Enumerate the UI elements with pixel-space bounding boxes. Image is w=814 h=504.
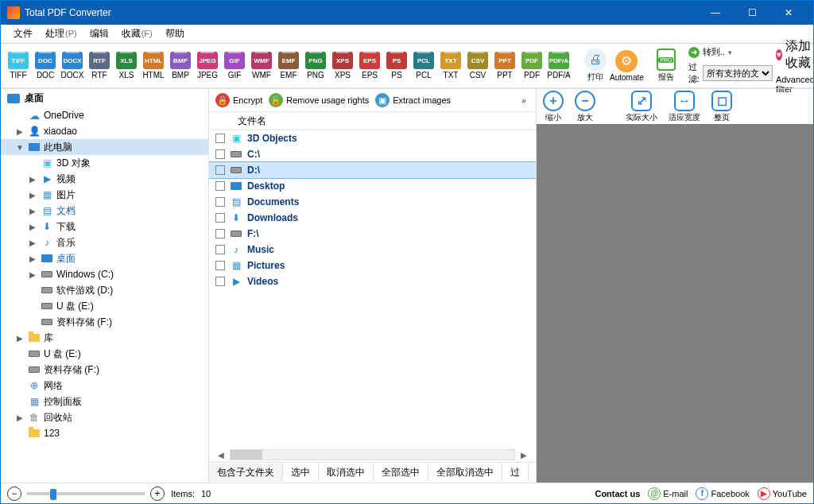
favorite-button[interactable]: ♥ 添加收藏 bbox=[776, 38, 814, 72]
tree-item[interactable]: ▣3D 对象 bbox=[1, 155, 208, 171]
tree-item[interactable]: ▶👤xiaodao bbox=[1, 123, 208, 139]
expand-arrow-icon[interactable]: ▶ bbox=[28, 254, 37, 263]
filter-select[interactable]: 所有支持的文 bbox=[703, 65, 773, 81]
checkbox[interactable] bbox=[215, 213, 225, 223]
file-item[interactable]: F:\ bbox=[209, 226, 536, 242]
expand-arrow-icon[interactable]: ▶ bbox=[28, 223, 37, 231]
format-bmp[interactable]: BMPBMP bbox=[168, 52, 193, 79]
expand-arrow-icon[interactable]: ▶ bbox=[28, 207, 37, 215]
email-link[interactable]: @ E-mail bbox=[648, 487, 688, 500]
format-ps[interactable]: PSPS bbox=[384, 52, 409, 79]
selection-tab[interactable]: 包含子文件夹 bbox=[209, 463, 283, 482]
tree-item[interactable]: 123 bbox=[1, 425, 208, 441]
file-item[interactable]: ▣3D Objects bbox=[209, 130, 536, 146]
expand-icon[interactable]: » bbox=[518, 96, 529, 105]
expand-arrow-icon[interactable]: ▶ bbox=[15, 127, 25, 136]
file-item[interactable]: ▶Videos bbox=[209, 273, 536, 289]
expand-arrow-icon[interactable]: ▶ bbox=[15, 334, 25, 343]
automate-button[interactable]: ⚙ Automate bbox=[610, 50, 644, 82]
expand-arrow-icon[interactable]: ▶ bbox=[15, 413, 25, 422]
horizontal-scrollbar[interactable]: ◀ ▶ bbox=[209, 448, 536, 462]
format-xls[interactable]: XLSXLS bbox=[114, 52, 139, 79]
format-pdf/a[interactable]: PDF/APDF/A bbox=[546, 52, 572, 79]
goto-button[interactable]: ➜ 转到..▾ bbox=[688, 46, 773, 58]
tree-item[interactable]: U 盘 (E:) bbox=[1, 298, 208, 314]
menu-处理[interactable]: 处理(P) bbox=[39, 25, 83, 42]
tree-item[interactable]: ▶▦图片 bbox=[1, 187, 208, 203]
checkbox[interactable] bbox=[215, 261, 225, 270]
tree-item[interactable]: ▶🗑回收站 bbox=[1, 409, 208, 425]
checkbox[interactable] bbox=[215, 134, 225, 143]
report-button[interactable]: PRO 报告 bbox=[657, 48, 676, 83]
menu-收藏[interactable]: 收藏(F) bbox=[115, 25, 159, 42]
tree-item[interactable]: ▶Windows (C:) bbox=[1, 266, 208, 282]
checkbox[interactable] bbox=[215, 149, 225, 159]
scroll-right-icon[interactable]: ▶ bbox=[518, 451, 529, 459]
minimize-button[interactable]: — bbox=[697, 1, 734, 25]
tree-item[interactable]: 资料存储 (F:) bbox=[1, 314, 208, 330]
checkbox[interactable] bbox=[215, 197, 225, 207]
tree-item[interactable]: ▦控制面板 bbox=[1, 394, 208, 409]
zoom-3[interactable]: ↔适应宽度 bbox=[669, 91, 700, 123]
format-gif[interactable]: GIFGIF bbox=[222, 52, 247, 79]
file-item[interactable]: C:\ bbox=[209, 146, 536, 162]
tree-item[interactable]: ▶▤文档 bbox=[1, 203, 208, 219]
tree-item[interactable]: ⊕网络 bbox=[1, 378, 208, 394]
tree-item[interactable]: ▶⬇下载 bbox=[1, 219, 208, 235]
checkbox[interactable] bbox=[215, 229, 225, 238]
format-txt[interactable]: TXTTXT bbox=[438, 52, 463, 79]
youtube-link[interactable]: ▶ YouTube bbox=[758, 487, 807, 500]
expand-arrow-icon[interactable]: ▶ bbox=[28, 175, 37, 184]
selection-tab[interactable]: 取消选中 bbox=[319, 463, 374, 482]
format-wmf[interactable]: WMFWMF bbox=[249, 52, 274, 79]
zoom-slider[interactable] bbox=[26, 492, 145, 495]
close-button[interactable]: ✕ bbox=[770, 1, 807, 25]
file-item[interactable]: ▤Documents bbox=[209, 194, 536, 210]
format-eps[interactable]: EPSEPS bbox=[357, 52, 382, 79]
tree-item[interactable]: 软件游戏 (D:) bbox=[1, 282, 208, 298]
file-list-header[interactable]: 文件名 bbox=[209, 111, 536, 130]
format-png[interactable]: PNGPNG bbox=[303, 52, 328, 79]
print-button[interactable]: 🖨 打印 bbox=[584, 48, 607, 83]
expand-arrow-icon[interactable]: ▶ bbox=[28, 238, 37, 247]
menu-文件[interactable]: 文件 bbox=[7, 25, 39, 42]
format-ppt[interactable]: PPTPPT bbox=[492, 52, 517, 79]
format-emf[interactable]: EMFEMF bbox=[276, 52, 301, 79]
selection-tab[interactable]: 全部选中 bbox=[374, 463, 428, 482]
checkbox[interactable] bbox=[215, 245, 225, 254]
checkbox[interactable] bbox=[215, 277, 225, 286]
selection-tab[interactable]: 全部取消选中 bbox=[428, 463, 502, 482]
menu-编辑[interactable]: 编辑 bbox=[83, 25, 115, 42]
format-jpeg[interactable]: JPEGJPEG bbox=[195, 52, 220, 79]
checkbox[interactable] bbox=[215, 181, 225, 191]
zoom-in-button[interactable]: + bbox=[150, 487, 165, 501]
format-html[interactable]: HTMLHTML bbox=[141, 52, 166, 79]
file-item[interactable]: D:\ bbox=[209, 162, 536, 178]
zoom-out-button[interactable]: − bbox=[7, 487, 21, 501]
expand-arrow-icon[interactable]: ▶ bbox=[28, 270, 37, 279]
format-docx[interactable]: DOCXDOCX bbox=[60, 52, 85, 79]
file-item[interactable]: ♪Music bbox=[209, 242, 536, 258]
remove-rights-button[interactable]: 🔓 Remove usage rights bbox=[269, 93, 369, 107]
zoom-1[interactable]: −放大 bbox=[575, 91, 595, 123]
selection-tab[interactable]: 选中 bbox=[283, 463, 319, 482]
tree-item[interactable]: ▶桌面 bbox=[1, 250, 208, 266]
encrypt-button[interactable]: 🔒 Encrypt bbox=[215, 93, 262, 107]
zoom-4[interactable]: ◻整页 bbox=[711, 91, 732, 123]
checkbox[interactable] bbox=[215, 165, 225, 175]
menu-帮助[interactable]: 帮助 bbox=[159, 25, 191, 42]
expand-arrow-icon[interactable]: ▼ bbox=[15, 143, 25, 152]
tree-item[interactable]: ▶▶视频 bbox=[1, 171, 208, 187]
zoom-2[interactable]: ⤢实际大小 bbox=[626, 91, 657, 123]
zoom-0[interactable]: +缩小 bbox=[543, 91, 564, 123]
tree-item[interactable]: 资料存储 (F:) bbox=[1, 362, 208, 378]
format-doc[interactable]: DOCDOC bbox=[33, 52, 58, 79]
file-item[interactable]: ▦Pictures bbox=[209, 258, 536, 273]
format-pcl[interactable]: PCLPCL bbox=[411, 52, 436, 79]
tree-item[interactable]: ☁OneDrive bbox=[1, 107, 208, 123]
format-xps[interactable]: XPSXPS bbox=[330, 52, 355, 79]
extract-images-button[interactable]: ▣ Extract images bbox=[375, 93, 451, 107]
maximize-button[interactable]: ☐ bbox=[734, 1, 770, 25]
expand-arrow-icon[interactable]: ▶ bbox=[28, 191, 37, 200]
file-item[interactable]: Desktop bbox=[209, 178, 536, 194]
